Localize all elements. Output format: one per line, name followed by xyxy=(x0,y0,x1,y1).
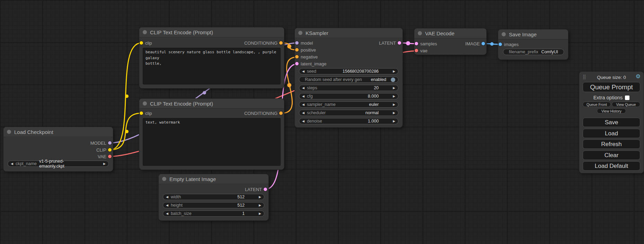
ckpt-name-combo-widget[interactable]: ◀ ckpt_name v1-5-pruned-emaonly.ckpt ▶ xyxy=(8,161,109,167)
decrement-arrow-icon[interactable]: ◀ xyxy=(302,111,305,115)
decrement-arrow-icon[interactable]: ◀ xyxy=(302,70,305,73)
output-port-conditioning[interactable] xyxy=(279,111,283,115)
output-port-vae[interactable] xyxy=(108,155,112,158)
node-title: VAE Decode xyxy=(425,30,455,36)
widget-label: width xyxy=(171,195,181,199)
increment-arrow-icon[interactable]: ▶ xyxy=(393,103,395,106)
seed-number-widget[interactable]: ◀ seed 156680208700286 ▶ xyxy=(299,68,398,74)
output-port-latent[interactable] xyxy=(398,41,401,45)
decrement-arrow-icon[interactable]: ◀ xyxy=(302,87,305,90)
input-port-positive[interactable] xyxy=(295,48,299,52)
increment-arrow-icon[interactable]: ▶ xyxy=(393,111,395,115)
node-title-bar[interactable]: CLIP Text Encode (Prompt) xyxy=(139,99,284,109)
load-button[interactable]: Load xyxy=(583,129,640,138)
link-midpoint-dot xyxy=(125,94,129,98)
node-ksampler[interactable]: KSampler model LATENT positive negative … xyxy=(295,28,403,127)
widget-label: filename_prefix xyxy=(509,49,538,54)
node-graph-canvas[interactable]: Load Checkpoint MODEL CLIP VAE ◀ ckpt_na… xyxy=(0,0,644,244)
node-empty-latent-image[interactable]: Empty Latent Image LATENT ◀ width 512 ▶ … xyxy=(159,174,268,220)
decrement-arrow-icon[interactable]: ◀ xyxy=(166,204,168,207)
settings-gear-icon[interactable]: ⚙ xyxy=(636,74,641,79)
decrement-arrow-icon[interactable]: ◀ xyxy=(302,103,305,106)
increment-arrow-icon[interactable]: ▶ xyxy=(393,120,395,123)
output-port-latent[interactable] xyxy=(264,188,267,191)
node-vae-decode[interactable]: VAE Decode samples IMAGE vae xyxy=(414,28,486,55)
steps-number-widget[interactable]: ◀ steps 20 ▶ xyxy=(299,85,398,91)
decrement-arrow-icon[interactable]: ◀ xyxy=(302,120,305,123)
node-title-bar[interactable]: VAE Decode xyxy=(414,28,486,38)
increment-arrow-icon[interactable]: ▶ xyxy=(103,162,106,165)
random-seed-toggle-widget[interactable]: Random seed after every gen enabled xyxy=(299,76,398,83)
node-load-checkpoint[interactable]: Load Checkpoint MODEL CLIP VAE ◀ ckpt_na… xyxy=(3,127,113,171)
scheduler-combo-widget[interactable]: ◀ scheduler normal ▶ xyxy=(299,110,398,116)
view-queue-button[interactable]: View Queue xyxy=(612,102,640,107)
node-title-bar[interactable]: Load Checkpoint xyxy=(3,127,113,137)
decrement-arrow-icon[interactable]: ◀ xyxy=(166,212,168,215)
node-clip-text-encode-positive[interactable]: CLIP Text Encode (Prompt) clip CONDITION… xyxy=(139,27,284,88)
filename-prefix-text-widget[interactable]: filename_prefix ComfyUI xyxy=(503,49,564,55)
node-title-bar[interactable]: Save Image xyxy=(498,29,568,39)
input-port-negative[interactable] xyxy=(295,55,299,58)
denoise-number-widget[interactable]: ◀ denoise 1.000 ▶ xyxy=(299,118,398,124)
queue-prompt-button[interactable]: Queue Prompt xyxy=(583,82,640,92)
increment-arrow-icon[interactable]: ▶ xyxy=(393,87,395,90)
node-title: CLIP Text Encode (Prompt) xyxy=(150,29,213,35)
output-port-clip[interactable] xyxy=(108,148,112,152)
node-title: Empty Latent Image xyxy=(169,176,216,182)
node-clip-text-encode-negative[interactable]: CLIP Text Encode (Prompt) clip CONDITION… xyxy=(139,99,284,170)
batch-size-number-widget[interactable]: ◀ batch_size 1 ▶ xyxy=(163,210,264,217)
clear-button[interactable]: Clear xyxy=(583,151,640,160)
widget-label: batch_size xyxy=(171,211,192,216)
increment-arrow-icon[interactable]: ▶ xyxy=(259,196,261,199)
toggle-enabled-dot[interactable] xyxy=(391,78,395,82)
collapse-dot-icon[interactable] xyxy=(298,31,302,35)
positive-prompt-textarea[interactable]: beautiful scenery nature glass bottle la… xyxy=(143,48,281,84)
increment-arrow-icon[interactable]: ▶ xyxy=(259,212,261,215)
output-port-model[interactable] xyxy=(108,141,112,145)
height-number-widget[interactable]: ◀ height 512 ▶ xyxy=(163,202,264,208)
output-port-image[interactable] xyxy=(482,42,485,45)
widget-value: 512 xyxy=(237,195,245,199)
view-history-button[interactable]: View History xyxy=(597,108,626,114)
collapse-dot-icon[interactable] xyxy=(7,130,11,134)
node-title-bar[interactable]: Empty Latent Image xyxy=(159,174,268,184)
save-button[interactable]: Save xyxy=(583,118,640,127)
widget-value: 512 xyxy=(237,203,245,208)
widget-label: ckpt_name xyxy=(16,161,37,166)
input-port-images[interactable] xyxy=(499,43,502,46)
output-label-image: IMAGE xyxy=(465,41,480,46)
widget-value: 1.000 xyxy=(368,119,379,124)
collapse-dot-icon[interactable] xyxy=(143,101,147,106)
negative-prompt-textarea[interactable]: text, watermark xyxy=(143,118,281,166)
extra-options-checkbox[interactable] xyxy=(625,96,629,100)
collapse-dot-icon[interactable] xyxy=(143,30,147,34)
input-port-latent-image[interactable] xyxy=(295,62,299,65)
node-title: KSampler xyxy=(306,30,328,36)
input-label-vae: vae xyxy=(420,48,427,53)
output-port-conditioning[interactable] xyxy=(279,41,283,45)
collapse-dot-icon[interactable] xyxy=(502,32,506,36)
decrement-arrow-icon[interactable]: ◀ xyxy=(302,95,305,98)
queue-front-button[interactable]: Queue Front xyxy=(583,102,611,107)
widget-value: 1 xyxy=(242,211,245,216)
sampler-name-combo-widget[interactable]: ◀ sampler_name euler ▶ xyxy=(299,101,398,108)
decrement-arrow-icon[interactable]: ◀ xyxy=(11,162,13,165)
node-title-bar[interactable]: CLIP Text Encode (Prompt) xyxy=(139,27,284,37)
node-save-image[interactable]: Save Image images filename_prefix ComfyU… xyxy=(498,29,568,60)
load-default-button[interactable]: Load Default xyxy=(583,161,640,171)
output-label-clip: CLIP xyxy=(96,147,106,153)
width-number-widget[interactable]: ◀ width 512 ▶ xyxy=(163,194,264,200)
collapse-dot-icon[interactable] xyxy=(418,31,422,35)
increment-arrow-icon[interactable]: ▶ xyxy=(393,95,395,98)
collapse-dot-icon[interactable] xyxy=(162,177,166,181)
decrement-arrow-icon[interactable]: ◀ xyxy=(166,196,168,199)
refresh-button[interactable]: Refresh xyxy=(583,139,640,149)
widget-value: ComfyUI xyxy=(541,49,558,54)
node-title-bar[interactable]: KSampler xyxy=(295,28,403,38)
increment-arrow-icon[interactable]: ▶ xyxy=(393,70,395,73)
widget-label: Random seed after every gen xyxy=(305,77,362,82)
output-label-latent: LATENT xyxy=(379,40,396,46)
cfg-number-widget[interactable]: ◀ cfg 8.000 ▶ xyxy=(299,93,398,99)
input-port-vae[interactable] xyxy=(415,49,418,52)
increment-arrow-icon[interactable]: ▶ xyxy=(259,204,261,207)
